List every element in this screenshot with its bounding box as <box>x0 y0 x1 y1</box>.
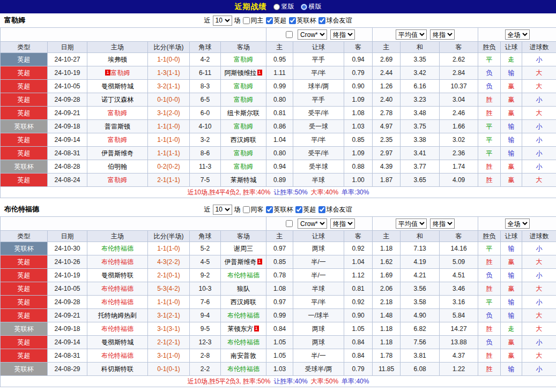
home-team[interactable]: 诺丁汉森林 <box>101 96 134 103</box>
league-checkbox[interactable] <box>266 17 273 24</box>
final-index-select[interactable]: 终指 <box>430 218 455 229</box>
score[interactable]: 0-1(0-1) <box>157 365 180 373</box>
league-checkbox[interactable] <box>295 206 302 213</box>
score-cell: 1-1(0-0) <box>148 53 190 66</box>
league-checkbox[interactable] <box>266 206 273 213</box>
home-team[interactable]: 科切斯特联 <box>101 365 134 373</box>
league-filter-2[interactable]: 英联杯 <box>289 16 316 25</box>
home-team[interactable]: 曼彻斯特城 <box>101 82 134 90</box>
away-team[interactable]: 富勒姆 <box>234 96 253 103</box>
score[interactable]: 2-1(0-1) <box>157 272 180 279</box>
home-team[interactable]: 布伦特福德 <box>101 352 134 359</box>
score[interactable]: 1-1(1-0) <box>157 298 180 306</box>
away-team[interactable]: 西汉姆联 <box>231 136 256 144</box>
average-select[interactable]: 平均值 <box>396 218 427 229</box>
score[interactable]: 1-3(1-1) <box>157 69 180 77</box>
same-venue-checkbox[interactable] <box>243 17 250 24</box>
home-team[interactable]: 富勒姆 <box>108 176 127 184</box>
league-filter-1[interactable]: 英联杯 <box>266 205 293 214</box>
recent-count-select[interactable]: 10 <box>213 16 232 26</box>
league-filter-1[interactable]: 英超 <box>266 16 287 25</box>
score[interactable]: 2-1(1-1) <box>157 176 180 184</box>
score[interactable]: 5-3(4-2) <box>157 285 180 292</box>
home-team[interactable]: 埃弗顿 <box>108 56 127 63</box>
away-team[interactable]: 莱斯特城 <box>231 176 256 184</box>
away-team[interactable]: 西汉姆联 <box>231 298 256 306</box>
layout-vertical-option[interactable]: 竖版 <box>273 2 294 11</box>
home-team[interactable]: 普雷斯顿 <box>105 123 130 130</box>
score[interactable]: 4-3(2-2) <box>157 258 180 266</box>
league-checkbox[interactable] <box>289 17 296 24</box>
recent-matches-table: Crow* 终指 平均值 终指 全场 <box>0 216 556 387</box>
away-team[interactable]: 阿斯顿维拉 <box>225 69 257 77</box>
score[interactable]: 1-1(1-0) <box>157 136 180 144</box>
away-team[interactable]: 富勒姆 <box>234 56 253 63</box>
home-team[interactable]: 布伦特福德 <box>101 325 134 333</box>
corners: 9-5 <box>190 322 221 336</box>
score-cell: 1-1(1-0) <box>148 242 190 255</box>
same-venue-filter[interactable]: 同主 <box>243 16 264 25</box>
score[interactable]: 0-1(0-0) <box>157 96 180 103</box>
away-team[interactable]: 富勒姆 <box>234 163 253 170</box>
league-filter-2[interactable]: 英超 <box>295 205 316 214</box>
score[interactable]: 1-1(1-1) <box>157 149 180 157</box>
score[interactable]: 1-1(1-0) <box>157 245 180 252</box>
same-venue-filter[interactable]: 同客 <box>243 205 264 214</box>
score[interactable]: 1-1(1-0) <box>157 123 180 130</box>
home-team[interactable]: 富勒姆 <box>108 136 127 144</box>
away-team[interactable]: 布伦特福德 <box>227 312 260 319</box>
bookmaker-select[interactable]: Crow* <box>298 218 327 229</box>
away-team[interactable]: 富勒姆 <box>234 123 253 130</box>
score[interactable]: 3-1(1-0) <box>157 352 180 359</box>
away-team[interactable]: 纽卡斯尔联 <box>227 109 260 117</box>
home-team[interactable]: 伊普斯维奇 <box>101 149 134 157</box>
horizontal-layout-radio[interactable] <box>301 4 307 10</box>
home-team[interactable]: 曼彻斯特城 <box>101 338 134 346</box>
home-team[interactable]: 富勒姆 <box>108 109 127 117</box>
away-team[interactable]: 布伦特福德 <box>227 272 260 279</box>
away-team[interactable]: 莱顿东方 <box>228 325 254 333</box>
home-team[interactable]: 伯明翰 <box>108 163 127 170</box>
bookmaker-select[interactable]: Crow* <box>298 29 327 40</box>
final-index-select[interactable]: 终指 <box>330 29 355 40</box>
section-divider <box>0 198 556 202</box>
score[interactable]: 3-1(2-0) <box>157 109 180 117</box>
league-filter-3[interactable]: 球会友谊 <box>318 16 352 25</box>
home-team[interactable]: 富勒姆 <box>111 69 130 77</box>
home-team[interactable]: 布伦特福德 <box>101 258 134 266</box>
score[interactable]: 3-1(3-1) <box>157 325 180 333</box>
final-index-select[interactable]: 终指 <box>430 29 455 40</box>
away-team[interactable]: 狼队 <box>237 285 250 292</box>
full-scope-select[interactable]: 全场 <box>505 29 530 40</box>
home-team[interactable]: 布伦特福德 <box>101 298 134 306</box>
away-team[interactable]: 富勒姆 <box>234 149 253 157</box>
league-filter-3[interactable]: 球会友谊 <box>318 205 352 214</box>
score[interactable]: 3-2(1-1) <box>157 82 180 90</box>
score[interactable]: 0-2(0-2) <box>157 163 180 170</box>
match-date: 24-09-18 <box>48 120 87 133</box>
league-checkbox[interactable] <box>318 206 325 213</box>
away-team[interactable]: 布伦特福德 <box>227 338 260 346</box>
bookmaker-checkbox[interactable] <box>286 220 293 227</box>
league-checkbox[interactable] <box>318 17 325 24</box>
away-team[interactable]: 布伦特福德 <box>227 365 260 373</box>
full-scope-select[interactable]: 全场 <box>505 218 530 229</box>
score[interactable]: 1-1(0-0) <box>157 56 180 63</box>
score[interactable]: 2-1(2-1) <box>157 338 180 346</box>
away-team[interactable]: 富勒姆 <box>234 82 253 90</box>
final-index-select[interactable]: 终指 <box>330 218 355 229</box>
home-team[interactable]: 布伦特福德 <box>101 245 134 252</box>
home-team[interactable]: 曼彻斯特联 <box>101 272 134 279</box>
average-select[interactable]: 平均值 <box>396 29 427 40</box>
bookmaker-checkbox[interactable] <box>286 31 293 38</box>
same-venue-checkbox[interactable] <box>243 206 250 213</box>
score[interactable]: 3-1(2-1) <box>157 312 180 319</box>
away-team[interactable]: 伊普斯维奇 <box>225 258 257 266</box>
recent-count-select[interactable]: 10 <box>213 205 232 215</box>
away-team[interactable]: 南安普敦 <box>231 352 256 359</box>
layout-horizontal-option[interactable]: 横版 <box>301 2 322 11</box>
vertical-layout-radio[interactable] <box>273 4 280 10</box>
home-team[interactable]: 布伦特福德 <box>101 285 134 292</box>
home-team[interactable]: 托特纳姆热刺 <box>98 312 137 319</box>
away-team[interactable]: 谢周三 <box>234 245 253 252</box>
